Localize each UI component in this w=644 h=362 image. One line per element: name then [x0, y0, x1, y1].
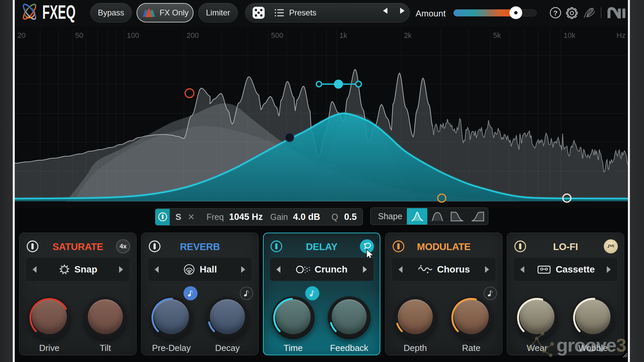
svg-text:500: 500: [271, 31, 283, 40]
svg-text:1k: 1k: [339, 31, 347, 40]
svg-text:10k: 10k: [564, 31, 576, 40]
svg-text:?: ?: [553, 9, 558, 17]
svg-text:Hz: Hz: [616, 31, 626, 40]
svg-text:50: 50: [75, 31, 83, 40]
svg-text:20: 20: [17, 31, 25, 40]
svg-text:5k: 5k: [493, 31, 501, 40]
svg-text:100: 100: [127, 31, 139, 40]
svg-text:200: 200: [186, 31, 199, 40]
svg-text:2k: 2k: [404, 31, 412, 40]
